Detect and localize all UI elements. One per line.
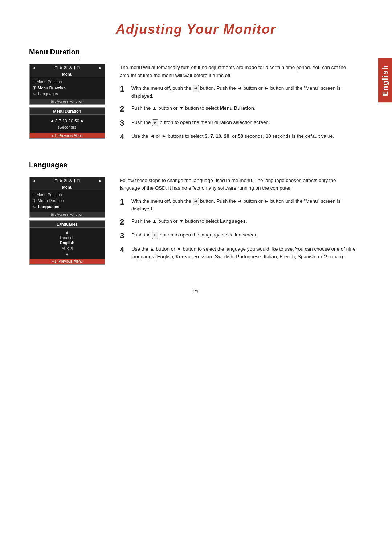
osd-right-arrow: ► [99, 179, 102, 183]
osd-lang-item-languages: ☺ Languages [33, 204, 102, 210]
lang-step-num-4: 4 [120, 245, 128, 255]
osd-item-icon: ☺ [33, 92, 37, 96]
lang-step-text-1: With the menu off, push the ↵ button. Pu… [131, 197, 356, 213]
lang-step-num-3: 3 [120, 231, 128, 240]
osd-item-icon: □ [33, 80, 35, 84]
step-3: 3 Push the ↵ button to open the menu dur… [120, 118, 356, 128]
osd-item-label: Languages [38, 205, 59, 209]
menu-duration-heading: Menu Duration [29, 48, 80, 58]
menu-duration-row: ◄ ⊞ ◈ ⊠ W ▮ □ ► Menu [29, 64, 356, 146]
osd-lang-prev-menu: ↩1: Previous Menu [30, 259, 105, 264]
osd-lang-menu-title: Menu [30, 184, 105, 190]
osd-duration-content: ◄ 3 7 10 20 50 ► (Seconds) [30, 115, 105, 133]
osd-lang-down-arrow: ▼ [33, 251, 101, 257]
step-4: 4 Use the ◄ or ► buttons to select 3, 7,… [120, 132, 356, 142]
osd-submenu-title: Menu Duration [30, 108, 105, 115]
menu-duration-osd: ◄ ⊞ ◈ ⊠ W ▮ □ ► Menu [29, 64, 109, 146]
osd-menu-title: Menu [30, 71, 105, 77]
step-text-3: Push the ↵ button to open the menu durat… [131, 118, 270, 126]
menu-duration-intro: The menu will automatically turn off if … [120, 64, 356, 79]
osd-item-icon: ☺ [33, 205, 37, 209]
osd-item-menu-position: □ Menu Position [33, 79, 102, 85]
page-title: Adjusting Your Monitor [0, 0, 392, 48]
osd-item-menu-duration: ◎ Menu Duration [33, 85, 102, 91]
lang-step-text-2: Push the ▲ button or ▼ button to select … [131, 217, 247, 225]
step-num-3: 3 [120, 118, 128, 128]
osd-lang-item-menu-position: □ Menu Position [33, 192, 102, 198]
osd-lang-submenu-title: Languages [30, 221, 105, 228]
osd-left-arrow: ◄ [32, 66, 36, 70]
lang-step-1: 1 With the menu off, push the ↵ button. … [120, 197, 356, 213]
menu-duration-section: Menu Duration ◄ ⊞ ◈ ⊠ W ▮ [29, 48, 356, 146]
osd-item-label: Menu Duration [38, 86, 66, 90]
osd-item-languages: ☺ Languages [33, 91, 102, 97]
osd-prev-menu: ↩1: Previous Menu [30, 133, 105, 138]
osd-lang-topbar: ◄ ⊞ ◈ ⊠ W ▮ □ ► [30, 177, 105, 184]
osd-duration-unit: (Seconds) [33, 125, 101, 131]
menu-duration-instructions: The menu will automatically turn off if … [120, 64, 356, 146]
page-number: 21 [0, 289, 392, 294]
lang-step-text-3: Push the ↵ button to open the language s… [131, 231, 259, 239]
osd-lang-main-menu: ◄ ⊞ ◈ ⊠ W ▮ □ ► Menu [29, 177, 109, 218]
osd-lang-item-menu-duration: ◎ Menu Duration [33, 198, 102, 204]
osd-item-label: Menu Position [37, 193, 62, 197]
languages-instructions: Follow these steps to change the languag… [120, 177, 356, 267]
osd-duration-values: ◄ 3 7 10 20 50 ► [33, 117, 101, 125]
osd-lang-content: ▲ Deutsch English 한국어 ▼ [30, 228, 105, 259]
step-text-1: With the menu off, push the ↵ button. Pu… [131, 84, 356, 100]
osd-lang-submenu: Languages ▲ Deutsch English 한국어 ▼ ↩1: Pr… [29, 220, 105, 265]
step-num-1: 1 [120, 84, 128, 94]
languages-row: ◄ ⊞ ◈ ⊠ W ▮ □ ► Menu [29, 177, 356, 267]
osd-lang-english: English [33, 240, 101, 245]
osd-lang-deutsch: Deutsch [33, 235, 101, 240]
step-1: 1 With the menu off, push the ↵ button. … [120, 84, 356, 100]
osd-menu-list: □ Menu Position ◎ Menu Duration ☺ Langua… [30, 77, 105, 98]
lang-step-2: 2 Push the ▲ button or ▼ button to selec… [120, 217, 356, 227]
osd-item-label: Menu Position [37, 80, 62, 84]
osd-item-label: Menu Duration [38, 198, 64, 203]
language-tab: English [378, 58, 392, 102]
osd-item-icon: ◎ [33, 85, 36, 90]
osd-item-label: Languages [38, 92, 58, 96]
osd-lang-icons: ⊞ ◈ ⊠ W ▮ □ [54, 178, 79, 183]
osd-item-icon: ◎ [33, 198, 36, 203]
step-num-4: 4 [120, 132, 128, 142]
lang-step-num-2: 2 [120, 217, 128, 227]
step-text-2: Push the ▲ button or ▼ button to select … [131, 104, 256, 112]
osd-lang-korean: 한국어 [33, 245, 101, 251]
osd-icons: ⊞ ◈ ⊠ W ▮ □ [54, 65, 79, 70]
osd-item-icon: □ [33, 193, 35, 197]
languages-intro: Follow these steps to change the languag… [120, 177, 356, 192]
osd-lang-up-arrow: ▲ [33, 229, 101, 235]
lang-step-num-1: 1 [120, 197, 128, 207]
step-2: 2 Push the ▲ button or ▼ button to selec… [120, 104, 356, 114]
step-text-4: Use the ◄ or ► buttons to select 3, 7, 1… [131, 132, 334, 140]
osd-left-arrow: ◄ [32, 179, 36, 183]
step-num-2: 2 [120, 104, 128, 114]
osd-lang-menu-list: □ Menu Position ◎ Menu Duration ☺ Langua… [30, 190, 105, 211]
lang-step-3: 3 Push the ↵ button to open the language… [120, 231, 356, 240]
osd-main-menu: ◄ ⊞ ◈ ⊠ W ▮ □ ► Menu [29, 64, 109, 105]
languages-section: Languages ◄ ⊞ ◈ ⊠ W ▮ [29, 161, 356, 267]
osd-lang-access-bar: ⊞ : Access Function [30, 212, 105, 217]
languages-heading: Languages [29, 161, 68, 171]
lang-step-4: 4 Use the ▲ button or ▼ button to select… [120, 245, 356, 261]
osd-access-bar: ⊞ : Access Function [30, 99, 105, 104]
lang-step-text-4: Use the ▲ button or ▼ button to select t… [131, 245, 356, 261]
osd-topbar: ◄ ⊞ ◈ ⊠ W ▮ □ ► [30, 64, 105, 71]
osd-right-arrow: ► [99, 66, 102, 70]
languages-osd: ◄ ⊞ ◈ ⊠ W ▮ □ ► Menu [29, 177, 109, 267]
osd-duration-submenu: Menu Duration ◄ 3 7 10 20 50 ► (Seconds)… [29, 107, 105, 139]
